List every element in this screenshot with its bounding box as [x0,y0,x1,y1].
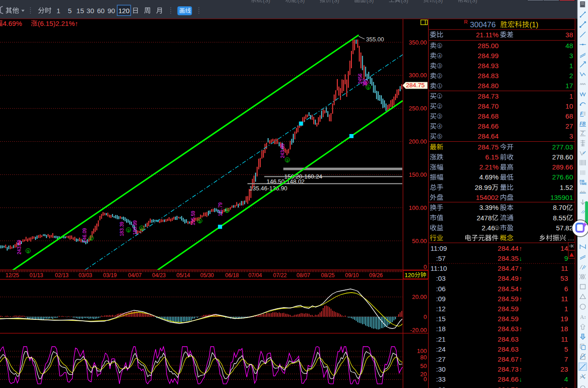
svg-text:284.93: 284.93 [478,62,499,70]
svg-text:90: 90 [108,7,115,15]
svg-text:(S): (S) [366,0,374,4]
svg-text:(S): (S) [297,0,305,4]
svg-text:11:09: 11:09 [430,244,447,252]
svg-text:9: 9 [286,158,288,163]
svg-text:200.00: 200.00 [409,138,427,145]
svg-text:A: A [580,314,584,320]
svg-text:289.66: 289.66 [552,163,573,171]
svg-text:0: 0 [424,313,427,320]
svg-text:3: 3 [438,64,440,68]
svg-text:(6.15)2.21%↑: (6.15)2.21%↑ [38,20,78,27]
svg-text:300.00: 300.00 [409,72,427,79]
svg-text:284.66: 284.66 [478,122,499,130]
svg-text:277.03: 277.03 [552,143,573,151]
svg-text:…: … [568,234,574,242]
svg-text:↓: ↓ [519,255,522,262]
svg-text:5: 5 [564,345,568,353]
svg-text:276.60: 276.60 [552,173,573,181]
svg-text:9: 9 [564,254,568,262]
svg-text:07/22: 07/22 [273,272,287,279]
svg-text:120: 120 [405,272,415,279]
svg-text:4.69%: 4.69% [479,173,499,181]
svg-text:09/10: 09/10 [345,272,359,279]
svg-text:↑: ↑ [519,275,522,282]
svg-text:1: 1 [564,305,568,313]
svg-text:9: 9 [226,209,228,213]
svg-text:4: 4 [438,124,440,129]
svg-text:183.39: 183.39 [119,222,124,236]
svg-text::30: :30 [436,365,446,373]
svg-text:2.46: 2.46 [482,224,495,232]
svg-text:9: 9 [27,249,29,254]
svg-text::27: :27 [436,355,446,363]
svg-text:FB: FB [580,121,586,126]
svg-text:11: 11 [561,295,568,303]
svg-text:250.00: 250.00 [409,105,427,112]
svg-text:195.59: 195.59 [190,211,196,225]
svg-text:146.09: 146.09 [82,228,87,243]
svg-text:284.66: 284.66 [498,375,519,383]
svg-text:0: 0 [424,264,427,270]
svg-text:2: 2 [569,72,573,80]
svg-text:10: 10 [560,386,568,388]
svg-text:04/07: 04/07 [128,272,142,279]
svg-text:27: 27 [565,122,573,130]
svg-text:284.59: 284.59 [498,295,519,303]
svg-text:50: 50 [420,363,427,369]
svg-text:1: 1 [569,62,573,70]
svg-text:0: 0 [424,376,427,383]
svg-text:↑: ↑ [519,325,522,333]
svg-text::36: :36 [436,386,446,388]
svg-text:7: 7 [564,355,568,363]
svg-text:9: 9 [127,228,129,233]
svg-text:100: 100 [417,348,427,354]
svg-text:09/26: 09/26 [369,272,383,279]
svg-text:1: 1 [569,92,573,100]
svg-text:6.15: 6.15 [485,153,499,161]
svg-text:9: 9 [140,226,143,231]
svg-text:1: 1 [57,7,60,15]
svg-text:284.70: 284.70 [498,386,519,388]
svg-text:284.68: 284.68 [478,112,499,120]
svg-text:243.89: 243.89 [280,144,285,158]
svg-text::09: :09 [436,295,446,303]
svg-text:350.00: 350.00 [409,39,427,46]
svg-text:1: 1 [438,94,440,99]
svg-text:(S): (S) [401,0,408,4]
svg-text:06/18: 06/18 [225,272,239,279]
svg-text::33: :33 [436,375,446,383]
svg-text::15: :15 [436,315,446,323]
svg-text:19: 19 [560,315,568,323]
svg-text:38: 38 [565,31,573,39]
svg-text:243.89: 243.89 [16,240,22,254]
svg-text:68: 68 [565,112,573,120]
svg-text:284.80: 284.80 [478,82,499,90]
svg-text:284.54: 284.54 [498,285,519,293]
svg-text:284.47: 284.47 [498,264,519,272]
svg-text:100.00: 100.00 [409,204,427,211]
svg-text:284.67: 284.67 [498,355,519,363]
svg-text:284.63: 284.63 [498,345,519,353]
svg-text:01/13: 01/13 [30,272,43,279]
svg-text:135.46-136.90: 135.46-136.90 [249,185,287,192]
svg-text:4: 4 [564,375,568,383]
svg-text::18: :18 [436,325,446,333]
svg-text:57.82: 57.82 [556,224,573,232]
svg-text:284.59: 284.59 [498,305,519,313]
svg-text:284.63: 284.63 [498,335,519,343]
svg-text:135901: 135901 [550,194,573,201]
svg-text:48: 48 [565,42,573,50]
svg-text:3: 3 [569,132,573,140]
svg-text::03: :03 [436,274,446,282]
svg-text:1.52: 1.52 [560,184,573,191]
svg-text:284.99: 284.99 [478,52,499,60]
svg-text:↑: ↑ [519,366,522,373]
svg-text:18: 18 [560,325,568,333]
svg-text::57: :57 [436,254,446,262]
svg-text::12: :12 [436,305,446,313]
svg-text:50.00: 50.00 [412,238,427,244]
svg-text:285.00: 285.00 [478,42,499,50]
svg-text:284.70: 284.70 [478,102,499,110]
svg-text:05/30: 05/30 [200,272,214,279]
svg-text:↑: ↑ [519,265,522,272]
